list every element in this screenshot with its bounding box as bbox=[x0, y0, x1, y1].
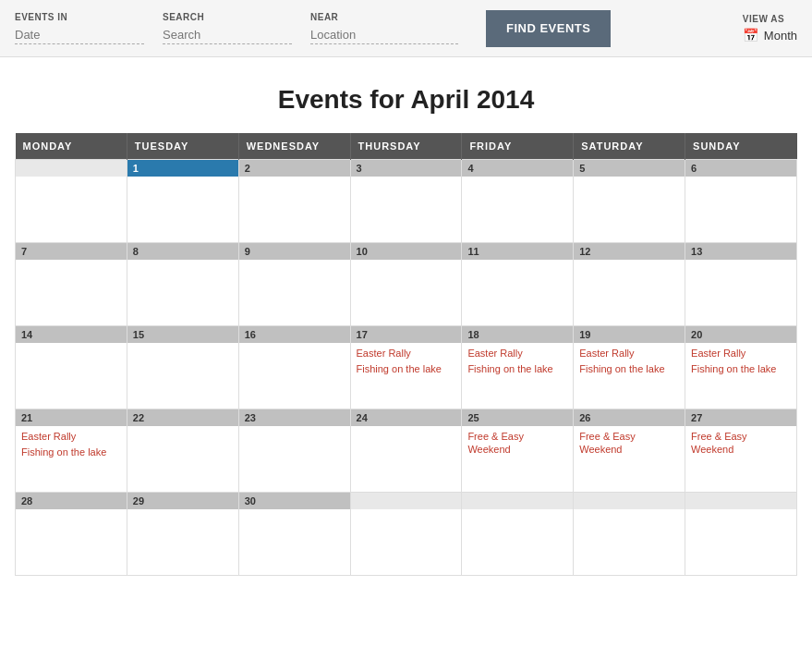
calendar-day-header-tuesday: TUESDAY bbox=[127, 133, 238, 160]
event-item[interactable]: Free & Easy Weekend bbox=[691, 430, 791, 457]
calendar-day-header-saturday: SATURDAY bbox=[574, 133, 685, 160]
calendar-row-2: 14151617Easter RallyFishing on the lake1… bbox=[16, 326, 797, 409]
event-item[interactable]: Easter Rally bbox=[357, 347, 456, 360]
calendar-cell: 20Easter RallyFishing on the lake bbox=[685, 326, 797, 409]
day-events: Free & Easy Weekend bbox=[462, 426, 573, 463]
calendar-cell bbox=[462, 493, 574, 576]
calendar-cell: 16 bbox=[238, 326, 350, 409]
day-number: 22 bbox=[127, 409, 238, 426]
calendar-cell: 23 bbox=[238, 409, 350, 493]
day-number: 26 bbox=[574, 409, 685, 426]
day-number: 29 bbox=[127, 493, 238, 509]
day-events: Easter RallyFishing on the lake bbox=[351, 343, 462, 383]
day-number: 15 bbox=[127, 326, 238, 343]
calendar-cell: 30 bbox=[238, 493, 350, 576]
calendar-day-header-friday: FRIDAY bbox=[462, 133, 574, 160]
calendar-cell bbox=[16, 160, 127, 243]
calendar-cell: 4 bbox=[462, 160, 574, 243]
calendar-day-header-thursday: THURSDAY bbox=[350, 133, 462, 160]
event-item[interactable]: Easter Rally bbox=[467, 347, 567, 360]
calendar-cell: 28 bbox=[16, 493, 127, 576]
day-number: 24 bbox=[351, 409, 462, 426]
event-item[interactable]: Fishing on the lake bbox=[579, 362, 679, 375]
calendar-cell: 10 bbox=[350, 243, 462, 326]
day-events: Free & Easy Weekend bbox=[574, 426, 685, 463]
calendar-cell: 17Easter RallyFishing on the lake bbox=[350, 326, 462, 409]
page-title: Events for April 2014 bbox=[0, 57, 812, 133]
calendar-day-header-wednesday: WEDNESDAY bbox=[238, 133, 350, 160]
calendar-day-header-monday: MONDAY bbox=[16, 133, 127, 160]
calendar-row-0: 123456 bbox=[16, 160, 797, 243]
day-number: 27 bbox=[685, 409, 796, 426]
event-item[interactable]: Fishing on the lake bbox=[467, 362, 567, 375]
calendar-cell: 3 bbox=[350, 160, 462, 243]
calendar-cell: 19Easter RallyFishing on the lake bbox=[574, 326, 685, 409]
event-item[interactable]: Easter Rally bbox=[579, 347, 679, 360]
view-as-month[interactable]: 📅 Month bbox=[743, 28, 797, 43]
calendar-cell: 26Free & Easy Weekend bbox=[574, 409, 685, 493]
day-number: 18 bbox=[462, 326, 573, 343]
calendar-container: MONDAYTUESDAYWEDNESDAYTHURSDAYFRIDAYSATU… bbox=[0, 133, 812, 591]
event-item[interactable]: Free & Easy Weekend bbox=[579, 430, 679, 457]
view-as-label: VIEW AS bbox=[743, 14, 784, 24]
day-number: 13 bbox=[685, 243, 796, 260]
calendar-cell: 8 bbox=[127, 243, 238, 326]
calendar-cell: 6 bbox=[685, 160, 797, 243]
day-number: 11 bbox=[462, 243, 573, 260]
search-label: SEARCH bbox=[163, 12, 292, 22]
view-as-group: VIEW AS 📅 Month bbox=[743, 14, 797, 43]
calendar-body: 1234567891011121314151617Easter RallyFis… bbox=[16, 160, 797, 576]
day-number: 20 bbox=[685, 326, 796, 343]
calendar-cell bbox=[574, 493, 685, 576]
events-in-input[interactable] bbox=[15, 26, 144, 44]
day-number: 12 bbox=[574, 243, 685, 260]
day-number: 17 bbox=[351, 326, 462, 343]
view-as-month-label: Month bbox=[764, 29, 797, 43]
day-number: 3 bbox=[351, 160, 462, 177]
calendar-cell bbox=[685, 493, 797, 576]
find-events-button[interactable]: FIND EVENTS bbox=[486, 10, 611, 47]
calendar-cell bbox=[350, 493, 462, 576]
calendar-header: MONDAYTUESDAYWEDNESDAYTHURSDAYFRIDAYSATU… bbox=[16, 133, 797, 160]
day-number bbox=[685, 493, 796, 509]
calendar-cell: 2 bbox=[238, 160, 350, 243]
day-number: 16 bbox=[239, 326, 350, 343]
calendar-cell: 12 bbox=[574, 243, 685, 326]
calendar-cell: 18Easter RallyFishing on the lake bbox=[462, 326, 574, 409]
event-item[interactable]: Easter Rally bbox=[21, 430, 121, 443]
calendar-cell: 25Free & Easy Weekend bbox=[462, 409, 574, 493]
calendar-cell: 5 bbox=[574, 160, 685, 243]
day-number: 2 bbox=[239, 160, 350, 177]
day-events: Easter RallyFishing on the lake bbox=[462, 343, 573, 383]
day-number: 8 bbox=[127, 243, 238, 260]
calendar-header-row: MONDAYTUESDAYWEDNESDAYTHURSDAYFRIDAYSATU… bbox=[16, 133, 797, 160]
calendar-cell: 21Easter RallyFishing on the lake bbox=[16, 409, 127, 493]
day-number: 7 bbox=[16, 243, 127, 260]
day-events: Easter RallyFishing on the lake bbox=[574, 343, 685, 383]
day-number: 9 bbox=[239, 243, 350, 260]
event-item[interactable]: Free & Easy Weekend bbox=[467, 430, 567, 457]
event-item[interactable]: Fishing on the lake bbox=[21, 446, 121, 458]
near-input[interactable] bbox=[310, 26, 458, 44]
calendar-row-4: 282930 bbox=[16, 493, 797, 576]
calendar-row-3: 21Easter RallyFishing on the lake2223242… bbox=[16, 409, 797, 493]
calendar-cell: 14 bbox=[16, 326, 127, 409]
day-number: 1 bbox=[127, 160, 238, 177]
day-number: 30 bbox=[239, 493, 350, 509]
events-in-label: EVENTS IN bbox=[15, 12, 144, 22]
events-in-group: EVENTS IN bbox=[15, 12, 144, 44]
event-item[interactable]: Fishing on the lake bbox=[691, 362, 791, 375]
calendar-day-header-sunday: SUNDAY bbox=[685, 133, 797, 160]
calendar-cell: 22 bbox=[127, 409, 238, 493]
calendar-cell: 13 bbox=[685, 243, 797, 326]
calendar-cell: 11 bbox=[462, 243, 574, 326]
day-events: Free & Easy Weekend bbox=[685, 426, 796, 463]
event-item[interactable]: Fishing on the lake bbox=[357, 362, 456, 375]
day-number: 25 bbox=[462, 409, 573, 426]
event-item[interactable]: Easter Rally bbox=[691, 347, 791, 360]
calendar-cell: 15 bbox=[127, 326, 238, 409]
search-input[interactable] bbox=[163, 26, 292, 44]
day-number: 10 bbox=[351, 243, 462, 260]
calendar-cell: 7 bbox=[16, 243, 127, 326]
near-label: NEAR bbox=[310, 12, 458, 22]
